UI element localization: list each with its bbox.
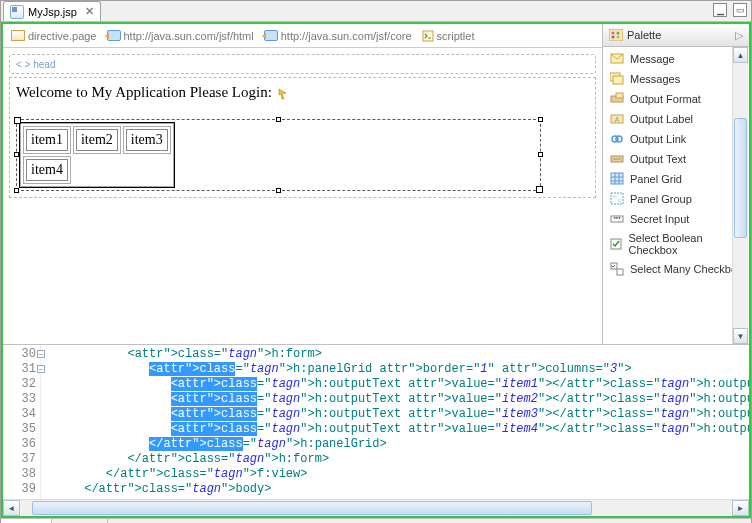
code-line[interactable]: <attr">class="tagn">h:outputText attr">v…: [41, 377, 749, 392]
palette-item[interactable]: ***Secret Input: [603, 209, 749, 229]
head-tag-label: < > head: [16, 59, 55, 70]
breadcrumb-label: http://java.sun.com/jsf/core: [281, 30, 412, 42]
breadcrumb-item[interactable]: directive.page: [11, 30, 97, 42]
svg-point-4: [612, 36, 615, 39]
palette-item[interactable]: Select Many Checkbox: [603, 259, 749, 279]
code-line[interactable]: <attr">class="tagn">h:outputText attr">v…: [41, 422, 749, 437]
palette-item[interactable]: Panel Grid: [603, 169, 749, 189]
code-line[interactable]: </attr">class="tagn">f:view>: [41, 467, 749, 482]
palette-item-label: Panel Grid: [630, 173, 682, 185]
source-body: 30−31−3233343536373839 <attr">class="tag…: [3, 345, 749, 499]
svg-rect-0: [423, 31, 433, 41]
palette-item[interactable]: Output Link: [603, 129, 749, 149]
scroll-up-button[interactable]: ▲: [733, 47, 748, 63]
palette-item[interactable]: Select Boolean Checkbox: [603, 229, 749, 259]
body-content-box[interactable]: Welcome to My Application Please Login: …: [9, 77, 596, 198]
svg-rect-24: [617, 269, 623, 275]
file-tab-label: MyJsp.jsp: [28, 6, 77, 18]
panel-grid-selection[interactable]: item1item2item3item4: [16, 119, 541, 191]
palette-item-label: Output Format: [630, 93, 701, 105]
palette-title: Palette: [627, 29, 661, 41]
top-split: directive.pagehttp://java.sun.com/jsf/ht…: [3, 24, 749, 344]
design-canvas[interactable]: < > head Welcome to My Application Pleas…: [3, 48, 602, 344]
script-icon: [422, 30, 434, 42]
line-number: 38: [3, 467, 36, 482]
grid-cell[interactable]: item3: [126, 129, 168, 151]
palette-item[interactable]: Message: [603, 49, 749, 69]
palette-item[interactable]: Panel Group: [603, 189, 749, 209]
palette-list: MessageMessagesOutput FormatAOutput Labe…: [603, 47, 749, 344]
code-line[interactable]: </attr">class="tagn">h:panelGrid>: [41, 437, 749, 452]
editor-body: directive.pagehttp://java.sun.com/jsf/ht…: [1, 22, 751, 518]
insertion-cursor-icon: [278, 87, 288, 99]
horizontal-scrollbar[interactable]: ◄ ►: [3, 499, 749, 516]
grid-cell[interactable]: item2: [76, 129, 118, 151]
code-line[interactable]: <attr">class="tagn">h:form>: [41, 347, 749, 362]
palette-item[interactable]: Messages: [603, 69, 749, 89]
jsf-icon: [107, 30, 121, 41]
file-tab[interactable]: MyJsp.jsp ✕: [3, 1, 101, 21]
svg-point-2: [612, 32, 615, 35]
message-icon: [609, 52, 625, 66]
palette-item[interactable]: Output Text: [603, 149, 749, 169]
outputlabel-icon: A: [609, 112, 625, 126]
jsp-file-icon: [10, 5, 24, 19]
line-gutter: 30−31−3233343536373839: [3, 345, 41, 499]
scroll-left-button[interactable]: ◄: [3, 500, 20, 516]
svg-text:***: ***: [613, 216, 621, 222]
breadcrumb: directive.pagehttp://java.sun.com/jsf/ht…: [3, 24, 602, 48]
palette-item-label: Messages: [630, 73, 680, 85]
line-number: 33: [3, 392, 36, 407]
mode-tabs: DesignPreview: [1, 518, 751, 523]
svg-rect-1: [609, 29, 623, 41]
svg-rect-16: [611, 173, 623, 184]
line-number: 39: [3, 482, 36, 497]
palette-item[interactable]: AOutput Label: [603, 109, 749, 129]
svg-point-5: [617, 36, 620, 39]
mode-tab-design[interactable]: Design: [1, 519, 52, 523]
secret-icon: ***: [609, 212, 625, 226]
panel-grid[interactable]: item1item2item3item4: [19, 122, 175, 188]
code-line[interactable]: </attr">class="tagn">body>: [41, 482, 749, 497]
h-scroll-thumb[interactable]: [32, 501, 592, 515]
grid-cell[interactable]: item1: [26, 129, 68, 151]
messages-icon: [609, 72, 625, 86]
breadcrumb-label: directive.page: [28, 30, 97, 42]
code-line[interactable]: </attr">class="tagn">h:form>: [41, 452, 749, 467]
collapse-chevron-icon[interactable]: ▷: [735, 29, 743, 42]
line-number: 32: [3, 377, 36, 392]
close-tab-icon[interactable]: ✕: [85, 5, 94, 18]
code-line[interactable]: <attr">class="tagn">h:panelGrid attr">bo…: [41, 362, 749, 377]
scroll-thumb[interactable]: [734, 118, 747, 238]
palette-item[interactable]: Output Format: [603, 89, 749, 109]
svg-rect-17: [611, 193, 623, 204]
design-pane: directive.pagehttp://java.sun.com/jsf/ht…: [3, 24, 603, 344]
code-line[interactable]: <attr">class="tagn">h:outputText attr">v…: [41, 392, 749, 407]
source-editor[interactable]: <attr">class="tagn">h:form> <attr">class…: [41, 345, 749, 499]
svg-rect-18: [613, 195, 616, 198]
manycheck-icon: [609, 262, 625, 276]
breadcrumb-label: scriptlet: [437, 30, 475, 42]
breadcrumb-item[interactable]: http://java.sun.com/jsf/html: [107, 30, 254, 42]
svg-rect-19: [618, 199, 621, 202]
mode-tab-preview[interactable]: Preview: [52, 519, 108, 523]
panelgrid-icon: [609, 172, 625, 186]
jsf-icon: [264, 30, 278, 41]
palette-item-label: Output Label: [630, 113, 693, 125]
breadcrumb-item[interactable]: scriptlet: [422, 30, 475, 42]
scroll-down-button[interactable]: ▼: [733, 328, 748, 344]
line-number: 31−: [3, 362, 36, 377]
grid-cell[interactable]: item4: [26, 159, 68, 181]
svg-point-14: [616, 136, 622, 142]
code-line[interactable]: <attr">class="tagn">h:outputText attr">v…: [41, 407, 749, 422]
breadcrumb-item[interactable]: http://java.sun.com/jsf/core: [264, 30, 412, 42]
svg-rect-10: [616, 93, 623, 98]
palette-icon: [609, 29, 623, 41]
welcome-text[interactable]: Welcome to My Application Please Login:: [16, 84, 589, 101]
minimize-button[interactable]: ▁: [713, 3, 727, 17]
palette-header[interactable]: Palette ▷: [603, 24, 749, 47]
maximize-button[interactable]: ▭: [733, 3, 747, 17]
palette-scrollbar[interactable]: ▲ ▼: [732, 47, 748, 344]
scroll-right-button[interactable]: ►: [732, 500, 749, 516]
head-element-box[interactable]: < > head: [9, 54, 596, 74]
